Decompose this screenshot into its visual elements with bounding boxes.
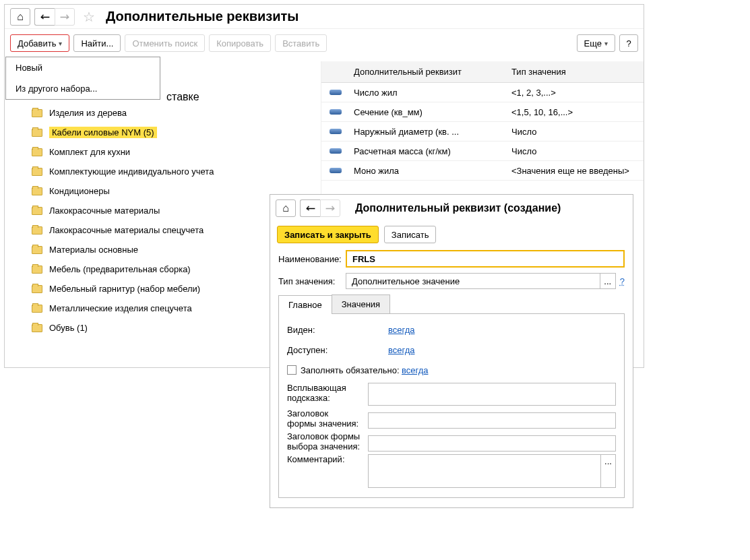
grid-cell-name: Число жил <box>351 88 509 98</box>
tree-fragment-label: ставке <box>166 91 199 103</box>
chevron-down-icon: ▾ <box>59 40 62 47</box>
folder-icon <box>32 266 42 274</box>
home-icon: ⌂ <box>17 11 24 23</box>
folder-icon <box>32 168 42 176</box>
favorite-star-icon[interactable]: ☆ <box>83 9 95 25</box>
grid-cell-name: Наружный диаметр (кв. ... <box>351 127 509 137</box>
tag-icon <box>330 109 342 115</box>
comment-label: Комментарий: <box>287 454 368 464</box>
grid-row[interactable]: Число жил<1, 2, 3,...> <box>321 83 644 102</box>
tree-item[interactable]: Комплектующие индивидуального учета <box>32 162 314 181</box>
tree-item-label: Мебель (предварительная сборка) <box>49 264 191 274</box>
tag-icon <box>330 168 342 173</box>
copy-button[interactable]: Копировать <box>209 34 271 52</box>
tooltip-input[interactable] <box>368 383 616 406</box>
home-button[interactable]: ⌂ <box>10 8 30 26</box>
grid-cell-type: <Значения еще не введены> <box>509 166 644 176</box>
menu-item-new[interactable]: Новый <box>6 57 160 78</box>
grid-cell-name: Расчетная масса (кг/км) <box>351 146 509 156</box>
menu-item-from-set[interactable]: Из другого набора... <box>6 78 160 99</box>
arrow-right-icon: 🡒 <box>60 11 69 22</box>
folder-icon <box>32 187 42 195</box>
folder-icon <box>32 285 42 293</box>
required-label: Заполнять обязательно: <box>301 365 400 375</box>
tree-item-label: Изделия из дерева <box>49 108 127 118</box>
folder-icon <box>32 226 42 235</box>
folder-icon <box>32 324 42 332</box>
tree-item-label: Обувь (1) <box>49 323 88 333</box>
folder-icon <box>32 109 42 117</box>
add-button[interactable]: Добавить ▾ <box>10 34 69 52</box>
folder-icon <box>32 207 42 215</box>
required-checkbox[interactable] <box>287 365 296 375</box>
tag-icon <box>330 129 342 134</box>
tree-item[interactable]: Комплект для кухни <box>32 142 314 162</box>
tree-item-label: Кондиционеры <box>49 186 110 196</box>
grid-cell-name: Сечение (кв_мм) <box>351 107 509 117</box>
choice-form-title-label: Заголовок формы <box>287 431 368 441</box>
name-label: Наименование: <box>278 254 346 264</box>
arrow-left-icon: 🡐 <box>306 203 315 214</box>
available-label: Доступен: <box>287 345 388 355</box>
value-form-title-label2: формы значения: <box>287 418 368 429</box>
dlg-back-button[interactable]: 🡐 <box>300 199 320 217</box>
type-input[interactable] <box>346 273 600 289</box>
visible-value-link[interactable]: всегда <box>388 325 414 335</box>
tab-main-content: Виден: всегда Доступен: всегда Заполнять… <box>278 314 625 498</box>
folder-icon <box>32 129 42 137</box>
tooltip-label2: подсказка: <box>287 393 368 403</box>
help-button[interactable]: ? <box>619 34 638 52</box>
add-menu: Новый Из другого набора... <box>5 57 160 100</box>
required-value-link[interactable]: всегда <box>402 365 428 375</box>
arrow-left-icon: 🡐 <box>40 11 50 22</box>
tree-item-label: Материалы основные <box>49 245 138 255</box>
add-button-label: Добавить <box>18 38 56 49</box>
available-value-link[interactable]: всегда <box>388 345 414 355</box>
tree-item-label: Комплектующие индивидуального учета <box>49 166 214 177</box>
arrow-right-icon: 🡒 <box>325 203 335 214</box>
grid-row[interactable]: Моно жила<Значения еще не введены> <box>321 161 644 181</box>
forward-button[interactable]: 🡒 <box>55 8 75 26</box>
choice-form-title-input[interactable] <box>368 435 616 452</box>
tree-item-label: Лакокрасочные материалы <box>49 206 160 216</box>
back-button[interactable]: 🡐 <box>34 8 55 26</box>
grid-col-attribute[interactable]: Дополнительный реквизит <box>351 67 509 77</box>
tree-item[interactable]: Кабели силовые NYM (5) <box>32 123 314 142</box>
tree-item[interactable]: Изделия из дерева <box>32 103 314 123</box>
tab-values[interactable]: Значения <box>332 294 390 313</box>
value-form-title-input[interactable] <box>368 412 616 429</box>
find-button[interactable]: Найти... <box>73 34 121 52</box>
comment-expand-button[interactable]: ... <box>600 455 615 487</box>
grid-row[interactable]: Сечение (кв_мм)<1,5, 10, 16,...> <box>321 102 644 122</box>
grid-cell-name: Моно жила <box>351 166 509 176</box>
type-choose-button[interactable]: ... <box>600 273 616 289</box>
tree-item-label: Металлические изделия спецучета <box>49 303 192 313</box>
save-button[interactable]: Записать <box>384 226 437 243</box>
create-attribute-dialog: ⌂ 🡐 🡒 Дополнительный реквизит (создание)… <box>270 194 633 508</box>
grid-cell-type: <1, 2, 3,...> <box>509 88 644 98</box>
dlg-home-button[interactable]: ⌂ <box>276 199 296 217</box>
value-form-title-label: Заголовок <box>287 408 368 418</box>
grid-row[interactable]: Наружный диаметр (кв. ...Число <box>321 122 644 142</box>
more-button[interactable]: Еще ▾ <box>577 34 615 52</box>
comment-input[interactable]: ... <box>368 454 616 488</box>
folder-icon <box>32 246 42 254</box>
dialog-title: Дополнительный реквизит (создание) <box>355 202 561 214</box>
home-icon: ⌂ <box>282 202 289 214</box>
dlg-forward-button[interactable]: 🡒 <box>320 199 340 217</box>
choice-form-title-label2: выбора значения: <box>287 441 368 452</box>
tab-main[interactable]: Главное <box>278 295 332 314</box>
tag-icon <box>330 90 342 95</box>
more-button-label: Еще <box>584 38 602 49</box>
tree-item-label: Комплект для кухни <box>49 147 130 157</box>
grid-col-type[interactable]: Тип значения <box>509 67 644 77</box>
grid-row[interactable]: Расчетная масса (кг/км)Число <box>321 142 644 161</box>
cancel-search-button[interactable]: Отменить поиск <box>125 34 205 52</box>
save-and-close-button[interactable]: Записать и закрыть <box>277 226 379 243</box>
tree-item-label: Мебельный гарнитур (набор мебели) <box>49 284 200 294</box>
visible-label: Виден: <box>287 325 388 335</box>
type-help-icon[interactable]: ? <box>620 276 625 286</box>
chevron-down-icon: ▾ <box>604 40 608 47</box>
name-input[interactable] <box>346 250 625 268</box>
paste-button[interactable]: Вставить <box>275 34 327 52</box>
